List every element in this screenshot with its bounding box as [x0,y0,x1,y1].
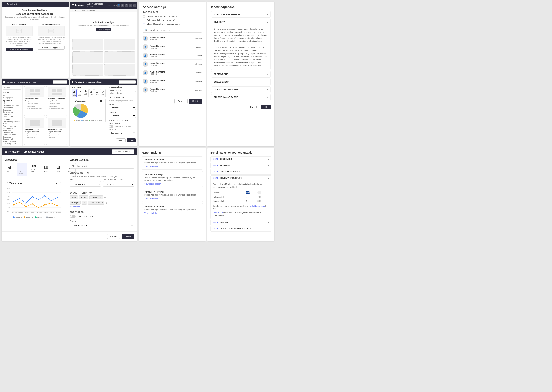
breadcrumb-add[interactable]: + Add dashboard [82,10,95,12]
create-new-dashboard-button[interactable]: Create new dashboard [6,48,33,51]
suggested-dashboard-card[interactable]: Suggested Dashboard Carefully prepared d… [36,22,66,53]
sidebar-item-all-spheres[interactable]: All [3,102,21,104]
create-widget-large-cancel-button[interactable]: Cancel [107,234,120,239]
large-chart-table[interactable]: ⊞ Table [53,163,64,176]
save-to-select-large[interactable]: Dashboard Name [70,223,134,228]
sidebar-item-diversity[interactable]: Diversity & Inclusion [3,105,21,106]
kb-item-5-header[interactable]: TALENT MANAGEMENT ▾ [211,94,270,100]
chart-type-bars[interactable]: ▦ Bars [89,89,94,97]
create-widget-button-small[interactable]: Create a widget [96,28,111,31]
hamburger-icon[interactable]: ☰ [3,3,6,6]
sidebar-item-popular[interactable]: Most popular [3,97,21,98]
kb-item-2-header[interactable]: PROMOTIONS ▾ [211,71,270,77]
expand-widget-icon-large[interactable]: ⊡ [56,182,58,184]
expand-icon[interactable]: ⊡ [133,4,136,7]
large-chart-pie[interactable]: ◕ Pie chart [5,163,15,176]
sidebar-item-management[interactable]: Management [3,127,21,129]
filter-delete-1[interactable]: 🗑 [106,202,108,204]
access-update-button[interactable]: Update [189,99,202,104]
metric-select[interactable]: HiPo score [109,106,136,110]
back-arrow[interactable]: ◁ [17,81,19,83]
radio-private[interactable]: Private (available only for owner) [143,15,202,18]
metric-select-large[interactable]: Turnover rate [70,181,101,187]
create-from-template-button-large[interactable]: Create from template [112,149,134,154]
sidebar-item-emp-dev[interactable]: Employee Development [3,109,21,113]
template-card-2[interactable]: Dashboard name Widgets included: Turnove… [24,117,45,145]
report-link-0[interactable]: View detailed report [144,165,200,168]
user-role-4[interactable]: Viewer ▾ [195,72,202,74]
sidebar-item-emp-eng-2[interactable]: Employee Engagement [3,136,21,140]
chart-type-line[interactable]: 〰 Line graph [77,89,83,97]
hamburger-icon-2[interactable]: ☰ [72,4,74,7]
user-role-1[interactable]: Editor ▾ [196,46,202,48]
templates-search[interactable] [3,86,21,90]
report-link-3[interactable]: View detailed report [144,212,200,214]
sidebar-item-company[interactable]: Company Growth [3,134,21,136]
create-widget-large-create-button[interactable]: Create [122,234,134,239]
chart-type-radar[interactable]: ⬡ Radar [100,89,106,97]
share-icon[interactable]: ⬡ [125,4,128,7]
report-link-2[interactable]: View detailed report [144,197,200,200]
choose-suggested-button[interactable]: Choose first suggested [37,46,65,49]
radio-shared[interactable]: Shared (available for specific users) [143,23,202,25]
kb-item-3-header[interactable]: ENGAGEMENT ▾ [211,79,270,85]
hamburger-icon-4[interactable]: ☰ [72,81,73,83]
chart-type-score[interactable]: NN Score card [83,89,88,97]
kb-item-0-header[interactable]: TURNOVER PREVENTION ▾ [211,11,270,17]
filter-delete-0[interactable]: 🗑 [104,196,106,199]
template-card-3[interactable]: Dashboard name Widgets included: Turnove… [46,117,67,145]
bench-item-0-header[interactable]: 5.6/10 JOB LEVELS ▾ [211,157,271,162]
widget-name-input[interactable] [109,91,136,95]
report-link-1[interactable]: View detailed report [144,183,200,185]
user-role-3[interactable]: Viewer ▾ [195,63,202,65]
show-area-toggle-large[interactable] [70,215,75,218]
bench-item-1-header[interactable]: 5.6/10 INCLUSION ▾ [211,163,271,168]
more-icon-large[interactable]: ••• [59,182,61,184]
bench-item-5-header[interactable]: 5.6/10 GENDER ACROSS MANAGEMENT ▾ [211,226,271,231]
add-filter-button[interactable]: + Add filters [70,206,134,208]
settings-icon[interactable]: ⚙ [121,4,124,7]
show-area-toggle[interactable] [109,125,113,128]
chart-type-table[interactable]: ⊞ Table [94,89,100,97]
sidebar-item-diversify[interactable]: Diversify organization & team [3,121,21,125]
bench-market-link[interactable]: market benchmark [249,205,265,207]
widget-name-input-large[interactable] [70,164,134,169]
kb-cancel-button[interactable]: Cancel [247,105,260,110]
hamburger-icon-3[interactable]: ☰ [3,81,5,83]
template-card-0[interactable]: Dashboard name Widgets included: Turnove… [24,86,45,116]
save-to-select[interactable]: Dashboard Name [109,131,136,135]
user-role-5[interactable]: Viewer ▾ [195,80,202,83]
group-by-select[interactable]: Job family [109,113,136,118]
sidebar-item-talent[interactable]: Talent development [3,140,21,142]
bench-item-4-header[interactable]: 5.6/10 GENDER ▾ [211,220,271,225]
bench-learn-more-link[interactable]: Learn more [213,211,223,214]
radio-public[interactable]: Public (available for everyone) [143,19,202,21]
kb-item-1-header[interactable]: DIVERSITY ▴ [211,19,270,25]
user-role-0[interactable]: Owner ▾ [195,37,202,39]
large-chart-score[interactable]: NN Score card [29,163,39,176]
sidebar-item-increase[interactable]: Increase performance [3,143,21,145]
sidebar-item-emp-dev-2[interactable]: Employee Development [3,130,21,133]
more-icon[interactable]: ••• [102,100,104,102]
bench-item-3-header[interactable]: 5.6/10 COMPANY STRUCTURE ▴ [211,175,271,181]
kb-item-4-header[interactable]: LEADERSHIP TRACKING ▾ [211,86,270,93]
hamburger-icon-5[interactable]: ☰ [5,150,7,153]
compare-select[interactable]: Revenue [103,181,134,187]
template-card-1[interactable]: Turnover & Retention Widgets included: T… [46,86,67,116]
user-role-6[interactable]: Viewer ▾ [195,89,202,91]
chart-type-pie[interactable]: ◕ Pie chart [72,89,77,97]
bench-item-2-header[interactable]: 5.6/10 ETHNICAL DIVERSITY ▾ [211,169,271,174]
user-icon-1[interactable]: 👤 [117,4,120,7]
sidebar-item-all[interactable]: All [3,94,21,96]
kb-ok-button[interactable]: OK [261,105,271,110]
expand-widget-icon[interactable]: ⊡ [100,100,102,102]
employee-search-input[interactable] [149,29,200,31]
employee-search-bar[interactable]: 🔍 [143,28,202,33]
create-widget-create-button[interactable]: Create [127,138,136,142]
large-chart-bars[interactable]: ▦ Bars [41,163,51,176]
large-chart-line[interactable]: 〰 Line graph [17,163,27,176]
user-role-2[interactable]: Editor ▾ [196,55,202,57]
create-from-template-button-small[interactable]: Create from template [119,80,136,84]
sidebar-item-prevent[interactable]: Prevent turnover [3,125,21,127]
close-dashboard-button[interactable]: Close dashboard [53,80,67,84]
